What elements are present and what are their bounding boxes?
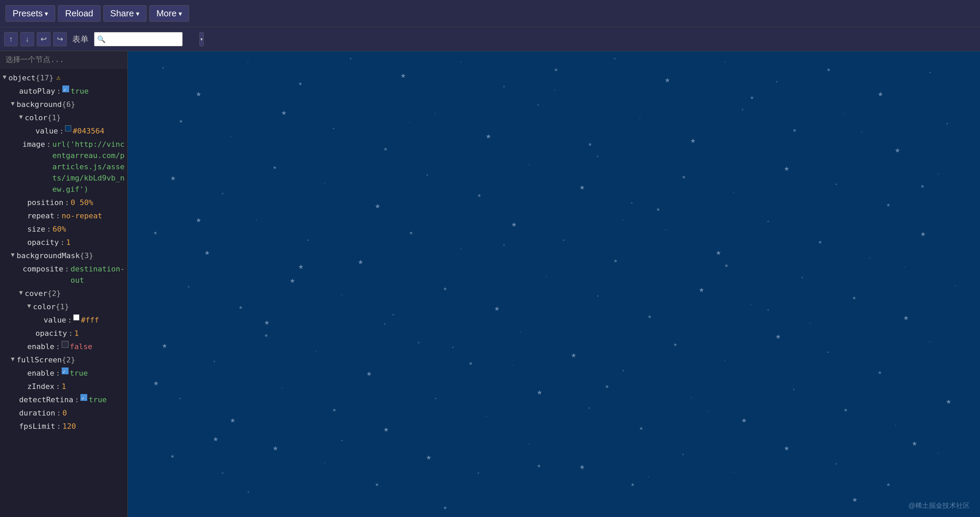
star-icon: ★ (213, 433, 218, 443)
checkbox-false-icon[interactable] (62, 341, 68, 348)
toggle-icon: ▼ (11, 250, 15, 259)
tree-row-zIndex[interactable]: zIndex: 1 (0, 380, 127, 393)
checkbox-true-icon[interactable] (62, 86, 69, 92)
tree-row-cover-color-value[interactable]: value: #fff (0, 313, 127, 327)
star-icon: ★ (221, 470, 224, 475)
star-icon: ★ (784, 163, 789, 173)
tree-row-backgroundMask[interactable]: ▼ backgroundMask {3} (0, 249, 127, 262)
tree-value: 1 (66, 237, 70, 248)
node-placeholder: 选择一个节点... (0, 51, 127, 68)
star-icon: ★ (861, 130, 862, 133)
tree-row-autoPlay[interactable]: autoPlay: true (0, 84, 127, 98)
checkbox-true-icon[interactable] (80, 394, 87, 401)
toggle-icon: ▼ (27, 301, 31, 310)
presets-caret-icon: ▾ (45, 10, 48, 18)
tree-row-fpsLimit[interactable]: fpsLimit: 120 (0, 420, 127, 433)
tree-key: detectRetina (19, 394, 73, 405)
star-icon: ★ (580, 461, 585, 471)
star-icon: ★ (665, 74, 670, 84)
nav-back-button[interactable]: ↩ (37, 32, 51, 46)
tree-key: opacity (27, 237, 59, 248)
toggle-icon: ▼ (3, 72, 6, 81)
star-icon: ★ (426, 452, 431, 462)
tree-row-color[interactable]: ▼ color {1} (0, 111, 127, 124)
star-icon: ★ (614, 56, 616, 60)
star-icon: ★ (886, 480, 890, 488)
star-icon: ★ (434, 112, 436, 115)
tree-key: duration (19, 408, 55, 419)
star-icon: ★ (520, 331, 521, 334)
tree-row-cover[interactable]: ▼ cover {2} (0, 287, 127, 300)
tree-row-background[interactable]: ▼ background {6} (0, 98, 127, 111)
star-icon: ★ (494, 303, 500, 313)
star-icon: ★ (545, 275, 547, 278)
star-icon: ★ (153, 228, 158, 236)
tree-count: {2} (62, 354, 75, 365)
star-icon: ★ (409, 121, 410, 124)
star-icon: ★ (324, 182, 325, 185)
watermark: @稀土掘金技术社区 (908, 501, 970, 510)
star-icon: ★ (605, 382, 609, 390)
nav-up-button[interactable]: ↑ (4, 32, 18, 46)
tree-row-enable-fs[interactable]: enable: true (0, 366, 127, 380)
tree-row-composite[interactable]: composite: destination-out (0, 262, 127, 287)
star-icon: ★ (622, 368, 625, 373)
tree-key: color (25, 112, 48, 123)
tree-row-cover-opacity[interactable]: opacity: 1 (0, 327, 127, 340)
nav-forward-button[interactable]: ↪ (53, 32, 67, 46)
star-icon: ★ (179, 116, 183, 125)
star-icon: ★ (375, 200, 380, 211)
tree-row-root[interactable]: ▼ object {17}⚠ (0, 71, 127, 84)
tree-row-enable-mask[interactable]: enable: false (0, 340, 127, 353)
star-icon: ★ (383, 424, 389, 434)
tree-row-color-value[interactable]: value: #043564 (0, 124, 127, 138)
star-icon: ★ (196, 88, 201, 98)
tree-key: value (44, 314, 66, 325)
star-icon: ★ (239, 303, 243, 311)
tree-value: #043564 (73, 125, 104, 136)
tree-row-repeat[interactable]: repeat: no-repeat (0, 209, 127, 222)
tree-key: cover (25, 288, 48, 299)
star-icon: ★ (170, 172, 176, 182)
toggle-icon: ▼ (19, 112, 23, 121)
star-icon: ★ (409, 228, 413, 236)
star-icon: ★ (852, 494, 858, 504)
tree-row-image[interactable]: image: url('http://vincentgarreau.com/pa… (0, 138, 127, 196)
star-icon: ★ (460, 60, 462, 63)
star-icon: ★ (434, 396, 437, 401)
presets-button[interactable]: Presets ▾ (5, 5, 55, 22)
star-icon: ★ (162, 340, 167, 350)
star-icon: ★ (784, 442, 789, 453)
search-icon: 🔍 (97, 35, 106, 43)
star-icon: ★ (273, 163, 277, 171)
star-icon: ★ (426, 172, 428, 177)
more-button[interactable]: More ▾ (149, 5, 189, 22)
star-icon: ★ (503, 84, 505, 89)
star-icon: ★ (920, 182, 924, 190)
tree-row-opacity-bg[interactable]: opacity: 1 (0, 236, 127, 249)
star-icon: ★ (673, 340, 678, 348)
nav-down-button[interactable]: ↓ (21, 32, 34, 46)
star-icon: ★ (597, 154, 599, 159)
tree-row-position[interactable]: position: 0 50% (0, 196, 127, 209)
checkbox-true-icon[interactable] (62, 368, 68, 374)
star-icon: ★ (716, 247, 721, 257)
tree-row-detectRetina[interactable]: detectRetina: true (0, 393, 127, 406)
star-icon: ★ (903, 265, 905, 268)
search-dropdown-icon[interactable]: ▾ (199, 32, 204, 46)
search-input[interactable] (106, 35, 199, 44)
tree-row-fullScreen[interactable]: ▼ fullScreen {2} (0, 353, 127, 366)
tree-count: {1} (48, 112, 61, 123)
tree-row-size[interactable]: size: 60% (0, 222, 127, 236)
star-icon: ★ (895, 144, 900, 155)
star-icon: ★ (733, 470, 735, 473)
reload-button[interactable]: Reload (58, 5, 100, 22)
tree-row-cover-color[interactable]: ▼ color {1} (0, 300, 127, 313)
share-caret-icon: ▾ (136, 10, 139, 18)
left-panel: 选择一个节点... ▼ object {17}⚠autoPlay: true▼ … (0, 51, 128, 517)
star-icon: ★ (631, 200, 633, 205)
share-button[interactable]: Share ▾ (103, 5, 146, 22)
color-swatch (73, 314, 80, 320)
tree-row-duration[interactable]: duration: 0 (0, 406, 127, 420)
star-icon: ★ (699, 284, 704, 294)
